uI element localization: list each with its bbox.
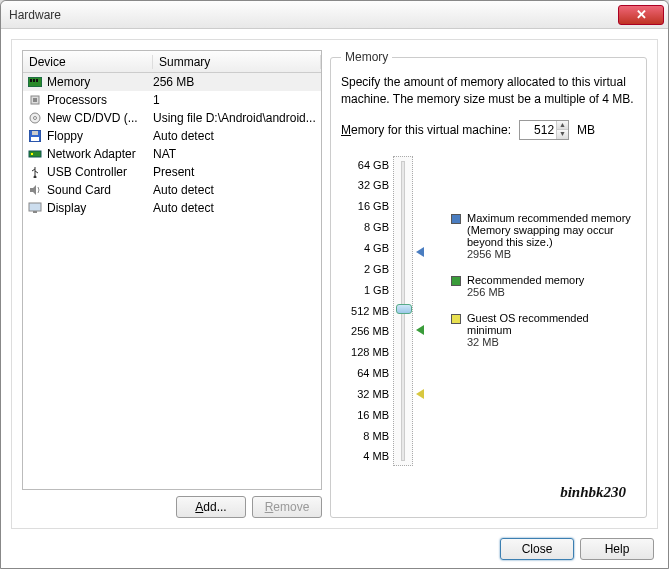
memory-input-row: Memory for this virtual machine: ▲ ▼ MB (341, 120, 636, 140)
slider-track[interactable] (393, 156, 413, 466)
display-icon (27, 200, 43, 216)
close-button[interactable]: Close (500, 538, 574, 560)
svg-rect-10 (31, 137, 39, 141)
tick-label: 64 GB (341, 158, 389, 172)
device-name: Sound Card (47, 183, 111, 197)
svg-point-13 (34, 176, 37, 179)
device-summary: Auto detect (153, 183, 317, 197)
floppy-icon (27, 128, 43, 144)
svg-rect-5 (33, 98, 37, 102)
tick-label: 4 MB (341, 449, 389, 463)
device-table: Device Summary Memory256 MBProcessors1Ne… (22, 50, 322, 490)
marker-max-icon (416, 247, 424, 257)
device-name: USB Controller (47, 165, 127, 179)
memory-spinner[interactable]: ▲ ▼ (519, 120, 569, 140)
spin-down-icon[interactable]: ▼ (556, 130, 568, 139)
legend-min: Guest OS recommended minimum 32 MB (451, 312, 631, 348)
legend-rec: Recommended memory 256 MB (451, 274, 631, 298)
svg-rect-11 (29, 151, 41, 157)
col-device[interactable]: Device (23, 55, 153, 69)
device-name: Floppy (47, 129, 83, 143)
slider-thumb[interactable] (396, 304, 412, 314)
device-name: Processors (47, 93, 107, 107)
tick-label: 128 MB (341, 345, 389, 359)
device-summary: Using file D:\Android\android... (153, 111, 317, 125)
device-name: Network Adapter (47, 147, 136, 161)
table-row[interactable]: USB ControllerPresent (23, 163, 321, 181)
memory-legend: Memory (341, 50, 392, 64)
memory-group: Memory Specify the amount of memory allo… (330, 50, 647, 518)
tick-label: 4 GB (341, 241, 389, 255)
tick-label: 16 MB (341, 408, 389, 422)
device-name: Display (47, 201, 86, 215)
right-panel: Memory Specify the amount of memory allo… (330, 50, 647, 518)
table-row[interactable]: Sound CardAuto detect (23, 181, 321, 199)
table-row[interactable]: DisplayAuto detect (23, 199, 321, 217)
usb-icon (27, 164, 43, 180)
svg-rect-3 (36, 79, 38, 82)
table-row[interactable]: Network AdapterNAT (23, 145, 321, 163)
sound-icon (27, 182, 43, 198)
titlebar[interactable]: Hardware ✕ (1, 1, 668, 29)
help-button[interactable]: Help (580, 538, 654, 560)
svg-rect-1 (30, 79, 32, 82)
table-row[interactable]: FloppyAuto detect (23, 127, 321, 145)
table-row[interactable]: Processors1 (23, 91, 321, 109)
marker-min-icon (416, 389, 424, 399)
footer-buttons: Close Help (500, 538, 654, 560)
device-name: New CD/DVD (... (47, 111, 138, 125)
device-name: Memory (47, 75, 90, 89)
svg-rect-12 (31, 153, 33, 155)
hardware-dialog: Hardware ✕ Device Summary Memory256 MBPr… (0, 0, 669, 569)
memory-input[interactable] (520, 123, 556, 137)
main-frame: Device Summary Memory256 MBProcessors1Ne… (11, 39, 658, 529)
max-value: 2956 MB (467, 248, 631, 260)
left-panel: Device Summary Memory256 MBProcessors1Ne… (22, 50, 322, 518)
memory-icon (27, 74, 43, 90)
spin-up-icon[interactable]: ▲ (556, 121, 568, 130)
tick-label: 256 MB (341, 324, 389, 338)
tick-label: 2 GB (341, 262, 389, 276)
spin-buttons: ▲ ▼ (556, 121, 568, 139)
device-summary: 1 (153, 93, 317, 107)
square-blue-icon (451, 214, 461, 224)
svg-rect-15 (33, 211, 37, 213)
svg-rect-9 (32, 131, 38, 135)
tick-label: 8 MB (341, 429, 389, 443)
square-green-icon (451, 276, 461, 286)
table-row[interactable]: New CD/DVD (...Using file D:\Android\and… (23, 109, 321, 127)
col-summary[interactable]: Summary (153, 55, 321, 69)
close-icon[interactable]: ✕ (618, 5, 664, 25)
tick-label: 32 MB (341, 387, 389, 401)
device-summary: NAT (153, 147, 317, 161)
square-yellow-icon (451, 314, 461, 324)
remove-button: Remove (252, 496, 322, 518)
cpu-icon (27, 92, 43, 108)
svg-rect-14 (29, 203, 41, 211)
table-row[interactable]: Memory256 MB (23, 73, 321, 91)
add-button[interactable]: Add... (176, 496, 246, 518)
memory-slider-area: 64 GB32 GB16 GB8 GB4 GB2 GB1 GB512 MB256… (341, 156, 636, 466)
content-area: Device Summary Memory256 MBProcessors1Ne… (1, 29, 668, 568)
device-summary: 256 MB (153, 75, 317, 89)
memory-desc: Specify the amount of memory allocated t… (341, 74, 636, 108)
svg-rect-2 (33, 79, 35, 82)
legend-max: Maximum recommended memory (Memory swapp… (451, 212, 631, 260)
tick-label: 8 GB (341, 220, 389, 234)
table-header: Device Summary (23, 51, 321, 73)
tick-label: 64 MB (341, 366, 389, 380)
max-note: (Memory swapping may occur beyond this s… (467, 224, 631, 248)
watermark: binhbk230 (560, 484, 626, 501)
net-icon (27, 146, 43, 162)
cd-icon (27, 110, 43, 126)
max-label: Maximum recommended memory (467, 212, 631, 224)
device-summary: Auto detect (153, 201, 317, 215)
tick-label: 512 MB (341, 304, 389, 318)
marker-rec-icon (416, 325, 424, 335)
device-summary: Present (153, 165, 317, 179)
table-body: Memory256 MBProcessors1New CD/DVD (...Us… (23, 73, 321, 217)
svg-point-7 (34, 117, 37, 120)
memory-input-label: Memory for this virtual machine: (341, 123, 511, 137)
tick-labels: 64 GB32 GB16 GB8 GB4 GB2 GB1 GB512 MB256… (341, 156, 389, 466)
memory-legend-box: Maximum recommended memory (Memory swapp… (451, 212, 631, 362)
